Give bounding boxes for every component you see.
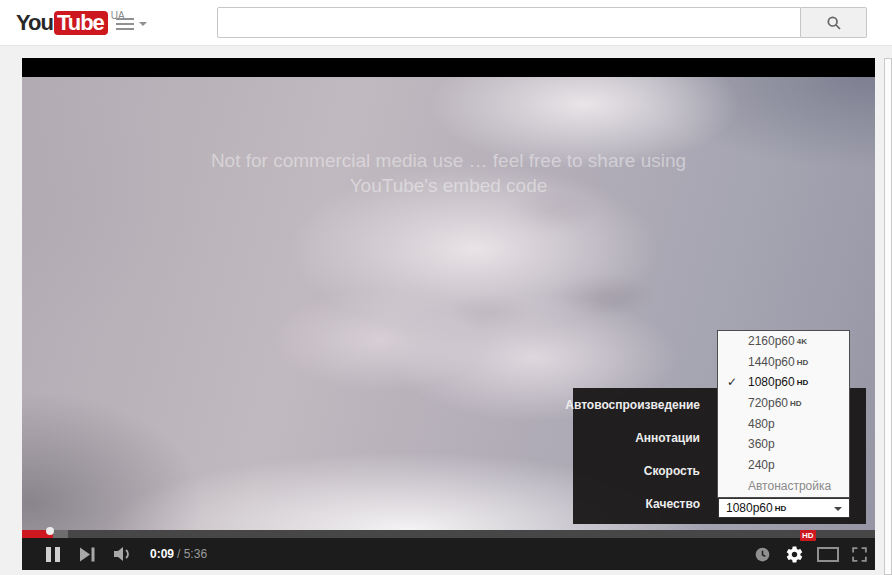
quality-option-label: 2160p60 xyxy=(748,334,795,348)
guide-menu-button[interactable] xyxy=(116,16,150,32)
logo-text-you: You xyxy=(16,11,53,35)
quality-dropdown-value: 1080p60 xyxy=(726,501,773,515)
quality-option-label: 1080p60 xyxy=(748,375,795,389)
controls-row: 0:09 / 5:36 xyxy=(22,538,875,570)
annotations-label: Аннотации xyxy=(635,431,700,445)
quality-option-label: 720p60 xyxy=(748,396,788,410)
hamburger-icon xyxy=(116,18,134,30)
chevron-down-icon xyxy=(139,22,147,26)
pause-icon xyxy=(55,547,60,562)
quality-option-480p[interactable]: 480p xyxy=(718,414,849,435)
search-button[interactable] xyxy=(801,7,867,38)
video-watermark: Not for commercial media use … feel free… xyxy=(22,148,875,198)
header: You Tube UA xyxy=(0,0,892,46)
theater-icon xyxy=(817,547,839,562)
watch-later-button[interactable] xyxy=(748,538,776,570)
next-video-button[interactable] xyxy=(74,538,104,570)
settings-button[interactable] xyxy=(779,538,809,570)
video-player: Not for commercial media use … feel free… xyxy=(22,58,875,570)
quality-option-label: 1440p60 xyxy=(748,355,795,369)
quality-option-auto[interactable]: Автонастройка xyxy=(718,476,849,497)
quality-option-label: 360p xyxy=(748,437,775,451)
quality-dropdown-hd-badge: HD xyxy=(775,504,787,513)
quality-option-360p[interactable]: 360p xyxy=(718,434,849,455)
progress-bar[interactable] xyxy=(22,530,875,538)
time-display: 0:09 / 5:36 xyxy=(150,538,207,570)
fullscreen-button[interactable] xyxy=(844,538,874,570)
search-icon xyxy=(826,15,842,31)
quality-option-label: Автонастройка xyxy=(748,479,831,493)
hd-quality-badge: HD xyxy=(800,530,816,541)
quality-label: Качество xyxy=(646,497,700,511)
quality-hd-badge: HD xyxy=(790,399,802,408)
volume-icon xyxy=(114,546,134,562)
search-input[interactable] xyxy=(217,7,801,38)
gear-icon xyxy=(785,545,804,564)
clock-icon xyxy=(755,547,770,562)
quality-4k-badge: 4K xyxy=(797,337,807,346)
quality-option-240p[interactable]: 240p xyxy=(718,455,849,476)
volume-button[interactable] xyxy=(109,538,139,570)
speed-label: Скорость xyxy=(644,464,700,478)
quality-dropdown[interactable]: 1080p60HD xyxy=(718,498,850,518)
fullscreen-icon xyxy=(851,546,868,563)
pause-icon xyxy=(46,547,51,562)
quality-option-2160p60[interactable]: 2160p604K xyxy=(718,331,849,352)
skip-next-icon xyxy=(80,547,98,562)
quality-option-1080p60-selected[interactable]: ✓ 1080p60HD xyxy=(718,372,849,393)
time-duration: / 5:36 xyxy=(177,547,207,561)
scrollbar-thumb[interactable] xyxy=(884,58,892,575)
watermark-line-1: Not for commercial media use … feel free… xyxy=(22,148,875,173)
quality-option-label: 240p xyxy=(748,458,775,472)
quality-hd-badge: HD xyxy=(797,358,809,367)
quality-option-720p60[interactable]: 720p60HD xyxy=(718,393,849,414)
progress-scrubber[interactable] xyxy=(46,527,54,535)
time-current: 0:09 xyxy=(150,547,174,561)
page-scrollbar[interactable] xyxy=(884,46,892,575)
control-bar: 0:09 / 5:36 xyxy=(22,530,875,570)
watermark-line-2: YouTube's embed code xyxy=(22,173,875,198)
quality-option-label: 480p xyxy=(748,417,775,431)
youtube-logo[interactable]: You Tube UA xyxy=(16,11,125,35)
autoplay-label: Автовоспроизведение xyxy=(565,398,700,412)
quality-option-1440p60[interactable]: 1440p60HD xyxy=(718,352,849,373)
check-icon: ✓ xyxy=(727,372,737,393)
pause-button[interactable] xyxy=(38,538,68,570)
logo-text-tube: Tube xyxy=(54,11,108,35)
quality-menu: 2160p604K 1440p60HD ✓ 1080p60HD 720p60HD… xyxy=(717,330,850,498)
dropdown-caret-icon xyxy=(834,507,842,511)
theater-mode-button[interactable] xyxy=(813,538,843,570)
quality-hd-badge: HD xyxy=(797,378,809,387)
